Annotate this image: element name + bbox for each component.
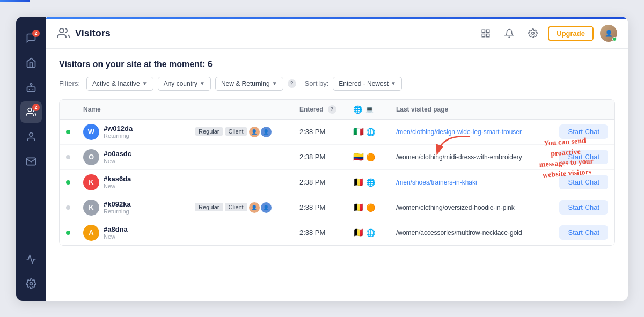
row-action: Start Chat — [550, 220, 614, 245]
row-name: W #w012da Returning — [77, 119, 188, 144]
visitors-table: Name Entered ? 🌐 — [59, 99, 615, 246]
col-header-action — [550, 100, 614, 120]
mini-avatar: 👤 — [261, 127, 272, 137]
table-row: K #kas6da New 2:38 PM🇧🇪 🌐/men/shoes/trai… — [60, 169, 614, 195]
topbar-settings-icon[interactable] — [524, 25, 541, 42]
sort-label: Sort by: — [305, 79, 329, 87]
row-entered: 2:38 PM — [293, 169, 347, 195]
sidebar-item-visitors[interactable]: 2 — [20, 101, 42, 123]
sidebar-item-analytics[interactable] — [20, 248, 42, 270]
row-tags — [188, 169, 293, 195]
row-action: Start Chat — [550, 144, 614, 169]
visitor-tag: Client — [225, 127, 247, 136]
upgrade-button[interactable]: Upgrade — [548, 26, 594, 41]
start-chat-button[interactable]: Start Chat — [559, 200, 608, 215]
country-flag-icon: 🇧🇪 — [353, 203, 364, 212]
row-name: K #kas6da New — [77, 169, 188, 195]
topbar-bell-icon[interactable] — [501, 25, 518, 42]
row-status — [60, 144, 77, 169]
status-filter-caret: ▼ — [142, 80, 148, 86]
row-page: /women/clothing/midi-dress-with-embroide… — [390, 144, 550, 169]
start-chat-button[interactable]: Start Chat — [559, 124, 608, 139]
row-tags — [188, 144, 293, 169]
visitor-id: #kas6da — [104, 175, 131, 183]
row-page[interactable]: /men/clothing/design-wide-leg-smart-trou… — [390, 119, 550, 144]
row-browser: 🇨🇴 🟠 — [347, 144, 390, 169]
visitors-count-heading: Visitors on your site at the moment: 6 — [59, 60, 615, 69]
start-chat-button[interactable]: Start Chat — [559, 150, 608, 164]
visitors-icon — [57, 27, 70, 40]
visitor-type: Returning — [104, 208, 131, 215]
sidebar-item-home[interactable] — [20, 52, 42, 73]
filters-help-icon[interactable]: ? — [288, 79, 296, 88]
row-browser: 🇧🇪 🟠 — [347, 195, 390, 220]
visitor-avatar: K — [83, 174, 99, 190]
row-page[interactable]: /men/shoes/trainers-in-khaki — [390, 169, 550, 195]
filters-row: Filters: Active & Inactive ▼ Any country… — [59, 77, 615, 91]
row-tags: RegularClient👤👤 — [188, 119, 293, 144]
visitor-id: #o0asdc — [104, 150, 131, 158]
row-entered: 2:38 PM — [293, 144, 347, 169]
topbar-grid-icon[interactable] — [477, 25, 494, 42]
table-row: O #o0asdc New 2:38 PM🇨🇴 🟠/women/clothing… — [60, 144, 614, 169]
sidebar-item-settings[interactable] — [20, 273, 42, 294]
status-dot — [66, 155, 70, 159]
content-area: Visitors on your site at the moment: 6 F… — [46, 49, 628, 301]
sidebar-item-bot[interactable] — [20, 77, 42, 98]
page-link[interactable]: /men/clothing/design-wide-leg-smart-trou… — [396, 128, 522, 136]
sidebar-item-contacts[interactable] — [20, 126, 42, 148]
row-entered: 2:38 PM — [293, 119, 347, 144]
topbar: Visitors Upgrade 👤 — [46, 19, 628, 49]
row-status — [60, 195, 77, 220]
table-header-row: Name Entered ? 🌐 — [60, 100, 614, 120]
sidebar: 2 2 — [16, 17, 46, 301]
country-flag-icon: 🇨🇴 — [353, 152, 364, 161]
visitor-tag: Regular — [195, 203, 223, 211]
col-header-browser: 🌐 💻 — [347, 100, 390, 120]
sort-filter-caret: ▼ — [391, 80, 396, 86]
svg-point-7 — [30, 282, 33, 285]
sort-filter[interactable]: Entered - Newest ▼ — [333, 77, 402, 91]
country-flag-icon: 🇮🇹 — [353, 127, 364, 136]
row-name: O #o0asdc New — [77, 144, 188, 169]
row-tags — [188, 220, 293, 245]
visitor-id: #a8dna — [104, 225, 128, 233]
start-chat-button[interactable]: Start Chat — [559, 175, 608, 189]
visitor-avatar: W — [83, 124, 99, 140]
row-browser: 🇮🇹 🌐 — [347, 119, 390, 144]
visitors-badge: 2 — [32, 104, 40, 111]
visitor-type-filter[interactable]: New & Returning ▼ — [215, 77, 283, 91]
row-page: /women/clothing/oversized-hoodie-in-pink — [390, 195, 550, 220]
status-dot — [66, 130, 70, 134]
svg-point-13 — [532, 32, 535, 35]
col-header-tags — [188, 100, 293, 120]
col-header-status — [60, 100, 77, 120]
visitor-avatar: O — [83, 149, 99, 165]
country-filter[interactable]: Any country ▼ — [158, 77, 211, 91]
entered-help-icon[interactable]: ? — [328, 105, 336, 114]
row-page: /women/accessories/multirow-necklace-gol… — [390, 220, 550, 245]
row-action: Start Chat — [550, 169, 614, 195]
row-action: Start Chat — [550, 195, 614, 220]
start-chat-button[interactable]: Start Chat — [559, 225, 608, 240]
row-name: A #a8dna New — [77, 220, 188, 245]
col-header-page: Last visited page — [390, 100, 550, 120]
svg-rect-9 — [482, 30, 485, 32]
page-link[interactable]: /men/shoes/trainers-in-khaki — [396, 179, 477, 186]
avatar-wrapper: 👤 — [600, 25, 617, 42]
row-tags: RegularClient👤👤 — [188, 195, 293, 220]
visitor-type: New — [104, 183, 131, 189]
row-name: K #k092ka Returning — [77, 195, 188, 220]
browser-icon: 🌐 — [366, 178, 375, 187]
status-filter[interactable]: Active & Inactive ▼ — [86, 77, 153, 91]
status-dot — [66, 180, 70, 185]
topbar-left: Visitors — [57, 27, 477, 40]
sidebar-item-chat[interactable]: 2 — [20, 27, 42, 49]
row-browser: 🇧🇪 🌐 — [347, 169, 390, 195]
svg-rect-0 — [27, 87, 35, 91]
row-action: Start Chat — [550, 119, 614, 144]
sidebar-item-email[interactable] — [20, 151, 42, 172]
row-entered: 2:38 PM — [293, 195, 347, 220]
topbar-right: Upgrade 👤 — [477, 25, 617, 42]
svg-point-8 — [60, 28, 64, 33]
